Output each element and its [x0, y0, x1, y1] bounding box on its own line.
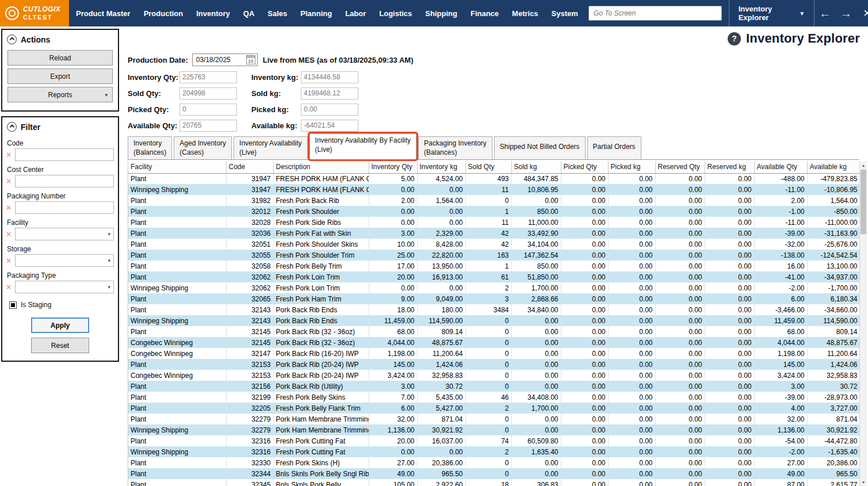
column-header-available-qty[interactable]: Available Qty — [754, 161, 807, 173]
table-row[interactable]: Plant32065Fresh Pork Ham Trim9.009,049.0… — [128, 293, 859, 304]
table-row[interactable]: Winnipeg Shipping31947FRESH PORK HAM (FL… — [128, 184, 859, 195]
nav-item-inventory[interactable]: Inventory — [196, 9, 230, 18]
nav-item-labor[interactable]: Labor — [345, 9, 366, 18]
column-header-reserved-kg[interactable]: Reserved kg — [705, 161, 754, 173]
column-header-code[interactable]: Code — [226, 161, 273, 173]
table-row[interactable]: Congebec Winnipeg32147Pork Back Rib (16-… — [128, 348, 859, 359]
tab-aged-inventory[interactable]: Aged Inventory(Cases) — [174, 136, 232, 159]
nav-item-qa[interactable]: QA — [243, 9, 255, 18]
column-header-sold-kg[interactable]: Sold kg — [511, 161, 561, 173]
nav-item-metrics[interactable]: Metrics — [512, 9, 538, 18]
filter-input-code[interactable] — [15, 148, 114, 161]
filter-select-storage[interactable]: ▾ — [15, 254, 114, 267]
scrollbar-thumb[interactable] — [861, 170, 866, 234]
tab-inventory[interactable]: Inventory(Balances) — [128, 136, 172, 159]
reports-dropdown-button[interactable]: Reports ▾ — [7, 87, 113, 102]
nav-item-production[interactable]: Production — [144, 9, 183, 18]
table-row[interactable]: Winnipeg Shipping32062Fresh Pork Loin Tr… — [128, 282, 859, 293]
nav-item-planning[interactable]: Planning — [300, 9, 332, 18]
collapse-actions-button[interactable] — [7, 35, 17, 44]
clear-filter-icon[interactable]: × — [6, 230, 13, 238]
table-cell: Congebec Winnipeg — [128, 370, 226, 381]
column-header-available-kg[interactable]: Available kg — [807, 161, 859, 173]
table-cell: 0.00 — [561, 228, 608, 239]
reset-button[interactable]: Reset — [31, 338, 89, 353]
table-row[interactable]: Winnipeg Shipping32143Pork Back Rib Ends… — [128, 315, 859, 326]
clear-filter-icon[interactable]: × — [6, 204, 13, 212]
filter-input-cost-center[interactable] — [15, 175, 114, 187]
table-row[interactable]: Plant32345Bnls Sknls Pork Belly105.002,9… — [128, 479, 859, 486]
back-button[interactable]: ← — [815, 0, 836, 26]
goto-screen-input[interactable] — [588, 6, 722, 21]
vertical-scrollbar[interactable]: ▲ ▼ — [859, 161, 867, 486]
table-row[interactable]: Plant32036Fresh Pork Fat with Skin3.002,… — [128, 228, 859, 239]
table-row[interactable]: Plant32145Pork Back Rib (32 - 36oz)68.00… — [128, 326, 859, 337]
nav-item-logistics[interactable]: Logistics — [379, 9, 412, 18]
clear-filter-icon[interactable]: × — [6, 283, 13, 291]
clear-filter-icon[interactable]: × — [6, 257, 13, 265]
column-header-reserved-qty[interactable]: Reserved Qty — [655, 161, 705, 173]
reload-button[interactable]: Reload — [7, 50, 113, 66]
column-header-picked-qty[interactable]: Picked Qty — [561, 161, 608, 173]
table-row[interactable]: Plant32199Fresh Pork Belly Skins7.005,43… — [128, 392, 859, 403]
table-row[interactable]: Plant32012Fresh Pork Shoulder0.000.00185… — [128, 206, 859, 217]
column-header-inventory-kg[interactable]: Inventory kg — [417, 161, 465, 173]
table-row[interactable]: Plant32062Fresh Pork Loin Trim20.0016,91… — [128, 271, 859, 282]
calendar-icon[interactable]: 15 — [246, 55, 255, 64]
table-row[interactable]: Plant32153Pork Back Rib (20-24) IWP145.0… — [128, 359, 859, 370]
help-icon[interactable]: ? — [728, 32, 741, 45]
table-row[interactable]: Plant31947FRESH PORK HAM (FLANK ON5.004,… — [128, 173, 859, 184]
table-row[interactable]: Plant32055Fresh Pork Shoulder Trim25.002… — [128, 250, 859, 261]
table-cell: 114,590.00 — [417, 315, 465, 326]
nav-item-sales[interactable]: Sales — [267, 9, 287, 18]
table-row[interactable]: Winnipeg Shipping32316Fresh Pork Cutting… — [128, 446, 859, 457]
table-row[interactable]: Plant32330Fresh Pork Skins (H)27.0020,38… — [128, 457, 859, 468]
table-row[interactable]: Plant32058Fresh Pork Belly Trim17.0013,9… — [128, 261, 859, 271]
clear-filter-icon[interactable]: × — [6, 177, 13, 185]
filter-select-packaging-type[interactable]: ▾ — [15, 281, 114, 293]
tab-partial-orders[interactable]: Partial Orders — [587, 136, 641, 159]
screen-selector-label: Inventory Explorer — [739, 5, 791, 22]
nav-item-system[interactable]: System — [552, 9, 578, 18]
tab-packaging-inventory[interactable]: Packaging Inventory(Balances) — [418, 136, 492, 159]
export-button[interactable]: Export — [7, 68, 113, 84]
summary-row: Picked Qty:0Picked kg:0.00 — [128, 101, 358, 117]
close-button[interactable]: × — [856, 0, 868, 26]
forward-button[interactable]: → — [835, 0, 856, 26]
collapse-filter-button[interactable] — [7, 122, 17, 132]
column-header-picked-kg[interactable]: Picked kg — [608, 161, 655, 173]
nav-item-product-master[interactable]: Product Master — [76, 9, 131, 18]
column-header-sold-qty[interactable]: Sold Qty — [465, 161, 511, 173]
table-row[interactable]: Plant32051Fresh Pork Shoulder Skins10.00… — [128, 239, 859, 250]
table-row[interactable]: Plant31982Fresh Pork Back Rib2.001,564.0… — [128, 195, 859, 206]
table-row[interactable]: Plant32143Pork Back Rib Ends18.00180.003… — [128, 304, 859, 315]
table-row[interactable]: Congebec Winnipeg32153Pork Back Rib (20-… — [128, 370, 859, 381]
scroll-down-icon[interactable]: ▼ — [860, 478, 867, 486]
table-row[interactable]: Plant32316Fresh Pork Cutting Fat20.0016,… — [128, 435, 859, 446]
scroll-up-icon[interactable]: ▲ — [860, 161, 867, 169]
table-row[interactable]: Plant32344Bnls Sknls Pork Belly Sngl Rib… — [128, 468, 859, 479]
column-header-description[interactable]: Description — [273, 161, 369, 173]
nav-item-shipping[interactable]: Shipping — [425, 9, 457, 18]
tab-inventory-availability-by-facility[interactable]: Inventory Availability By Facility(Live) — [309, 133, 417, 159]
tab-label-line1: Inventory Availability — [239, 139, 302, 148]
table-row[interactable]: Plant32028Fresh Pork Side Ribs0.000.0011… — [128, 217, 859, 228]
clear-filter-icon[interactable]: × — [6, 151, 13, 159]
table-row[interactable]: Plant32205Fresh Pork Belly Flank Trim6.0… — [128, 403, 859, 414]
table-row[interactable]: Winnipeg Shipping32279Pork Ham Membrane … — [128, 424, 859, 435]
table-row[interactable]: Plant32156Pork Back Rib (Utility)3.0030.… — [128, 381, 859, 392]
filter-input-packaging-number[interactable] — [15, 201, 114, 214]
table-row[interactable]: Congebec Winnipeg32145Pork Back Rib (32 … — [128, 337, 859, 348]
is-staging-checkbox[interactable] — [9, 301, 17, 309]
production-date-input[interactable]: 03/18/2025 15 — [192, 53, 258, 66]
tab-inventory-availability[interactable]: Inventory Availability(Live) — [234, 136, 308, 159]
tab-shipped-not-billed-orders[interactable]: Shipped Not Billed Orders — [494, 136, 586, 159]
column-header-facility[interactable]: Facility — [128, 161, 226, 173]
chevron-down-icon: ▾ — [108, 231, 110, 237]
filter-select-facility[interactable]: ▾ — [15, 228, 114, 240]
apply-button[interactable]: Apply — [31, 317, 89, 333]
nav-item-finance[interactable]: Finance — [471, 9, 499, 18]
table-row[interactable]: Plant32279Pork Ham Membrane Trimming32.0… — [128, 414, 859, 424]
screen-selector-dropdown[interactable]: Inventory Explorer ▼ — [729, 0, 814, 26]
column-header-inventory-qty[interactable]: Inventory Qty — [369, 161, 417, 173]
